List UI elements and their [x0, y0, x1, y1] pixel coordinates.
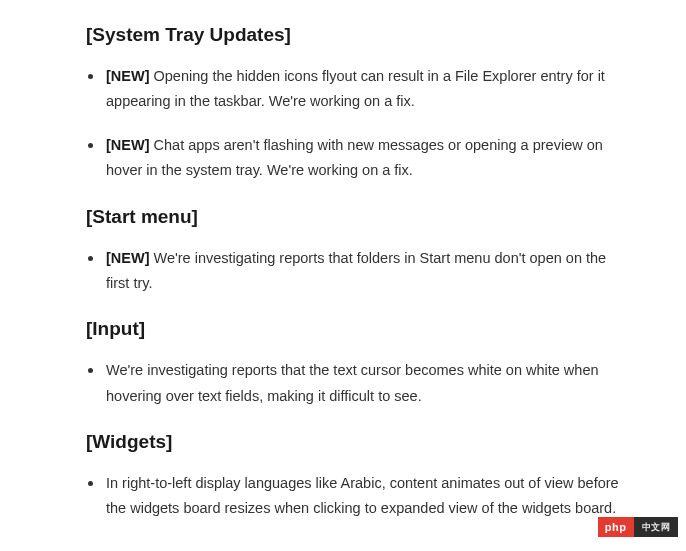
- list-item: In right-to-left display languages like …: [106, 471, 626, 522]
- new-tag: [NEW]: [106, 68, 150, 84]
- section-heading: [Widgets]: [86, 431, 626, 453]
- section-list: [NEW] Opening the hidden icons flyout ca…: [86, 64, 626, 184]
- section-heading: [System Tray Updates]: [86, 24, 626, 46]
- section-heading: [Start menu]: [86, 206, 626, 228]
- section-list: In right-to-left display languages like …: [86, 471, 626, 522]
- list-item: We're investigating reports that the tex…: [106, 358, 626, 409]
- section-system-tray: [System Tray Updates] [NEW] Opening the …: [86, 24, 626, 184]
- document-content: [System Tray Updates] [NEW] Opening the …: [0, 0, 686, 551]
- section-input: [Input] We're investigating reports that…: [86, 318, 626, 409]
- item-text: We're investigating reports that folders…: [106, 250, 606, 291]
- new-tag: [NEW]: [106, 250, 150, 266]
- watermark-right: 中文网: [634, 517, 679, 537]
- item-text: Chat apps aren't flashing with new messa…: [106, 137, 603, 178]
- item-text: We're investigating reports that the tex…: [106, 362, 599, 403]
- section-list: [NEW] We're investigating reports that f…: [86, 246, 626, 297]
- list-item: [NEW] Chat apps aren't flashing with new…: [106, 133, 626, 184]
- list-item: [NEW] We're investigating reports that f…: [106, 246, 626, 297]
- new-tag: [NEW]: [106, 137, 150, 153]
- section-start-menu: [Start menu] [NEW] We're investigating r…: [86, 206, 626, 297]
- section-heading: [Input]: [86, 318, 626, 340]
- section-list: We're investigating reports that the tex…: [86, 358, 626, 409]
- item-text: Opening the hidden icons flyout can resu…: [106, 68, 605, 109]
- list-item: [NEW] Opening the hidden icons flyout ca…: [106, 64, 626, 115]
- watermark-left: php: [598, 517, 634, 537]
- watermark-badge: php 中文网: [598, 517, 678, 537]
- item-text: In right-to-left display languages like …: [106, 475, 619, 516]
- section-widgets: [Widgets] In right-to-left display langu…: [86, 431, 626, 522]
